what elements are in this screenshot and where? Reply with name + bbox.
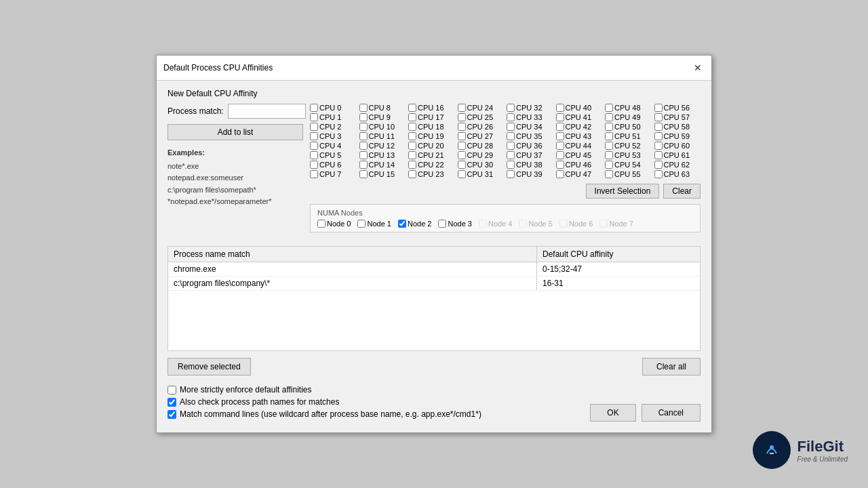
cpu-checkbox-3[interactable] [310,132,318,140]
cpu-label-58: CPU 58 [664,123,690,131]
cpu-checkbox-30[interactable] [458,161,466,169]
cpu-item-42: CPU 42 [556,123,603,131]
cpu-checkbox-11[interactable] [359,132,368,140]
numa-checkbox-3[interactable] [438,220,446,228]
cpu-checkbox-14[interactable] [359,161,368,169]
cpu-checkbox-38[interactable] [507,161,515,169]
cpu-checkbox-1[interactable] [310,113,318,121]
cpu-checkbox-48[interactable] [605,104,613,112]
cpu-checkbox-28[interactable] [458,142,466,150]
numa-checkbox-2[interactable] [398,220,406,228]
cpu-checkbox-59[interactable] [654,132,663,140]
numa-checkbox-1[interactable] [357,220,366,228]
cpu-item-31: CPU 31 [458,170,505,178]
affinity-cell: 0-15;32-47 [537,262,700,276]
cpu-checkbox-32[interactable] [507,104,515,112]
cpu-checkbox-6[interactable] [310,161,318,169]
invert-selection-button[interactable]: Invert Selection [586,184,660,199]
cpu-checkbox-0[interactable] [310,104,318,112]
section-header: New Default CPU Affinity [167,89,701,98]
cpu-checkbox-33[interactable] [507,113,515,121]
cpu-checkbox-41[interactable] [556,113,564,121]
cpu-checkbox-51[interactable] [605,132,613,140]
cpu-item-32: CPU 32 [507,104,553,112]
process-list-section: Process name match Default CPU affinity … [167,246,701,351]
cpu-item-0: CPU 0 [310,104,357,112]
cpu-checkbox-19[interactable] [408,132,416,140]
cpu-checkbox-13[interactable] [359,151,368,159]
cpu-checkbox-44[interactable] [556,142,564,150]
col1-header: Process name match [168,247,537,262]
cpu-checkbox-52[interactable] [605,142,613,150]
table-row[interactable]: chrome.exe0-15;32-47 [168,262,700,277]
cpu-checkbox-50[interactable] [605,123,613,131]
cpu-checkbox-18[interactable] [408,123,416,131]
cpu-checkbox-22[interactable] [408,161,416,169]
cpu-checkbox-63[interactable] [654,170,663,178]
cpu-checkbox-45[interactable] [556,151,564,159]
cpu-checkbox-54[interactable] [605,161,613,169]
cpu-checkbox-56[interactable] [654,104,663,112]
cpu-checkbox-57[interactable] [654,113,663,121]
cpu-checkbox-21[interactable] [408,151,416,159]
cpu-item-1: CPU 1 [310,113,357,121]
cpu-checkbox-8[interactable] [359,104,368,112]
cpu-checkbox-61[interactable] [654,151,663,159]
cpu-checkbox-17[interactable] [408,113,416,121]
cpu-checkbox-7[interactable] [310,170,318,178]
option-checkbox-1[interactable] [167,398,176,407]
cpu-checkbox-47[interactable] [556,170,564,178]
cpu-checkbox-9[interactable] [359,113,368,121]
cpu-checkbox-25[interactable] [458,113,466,121]
cpu-checkbox-31[interactable] [458,170,466,178]
cpu-item-33: CPU 33 [507,113,553,121]
cpu-checkbox-27[interactable] [458,132,466,140]
cpu-checkbox-36[interactable] [507,142,515,150]
ok-button[interactable]: OK [590,404,635,422]
clear-button[interactable]: Clear [663,184,701,199]
cpu-checkbox-58[interactable] [654,123,663,131]
cpu-checkbox-35[interactable] [507,132,515,140]
cpu-checkbox-5[interactable] [310,151,318,159]
cpu-label-41: CPU 41 [566,113,592,121]
cpu-checkbox-10[interactable] [359,123,368,131]
remove-selected-button[interactable]: Remove selected [167,358,251,375]
option-checkbox-2[interactable] [167,410,176,419]
cpu-checkbox-37[interactable] [507,151,515,159]
cpu-item-18: CPU 18 [408,123,455,131]
cpu-checkbox-15[interactable] [359,170,368,178]
cpu-item-28: CPU 28 [458,142,505,150]
cpu-checkbox-62[interactable] [654,161,663,169]
cpu-checkbox-40[interactable] [556,104,564,112]
cpu-checkbox-20[interactable] [408,142,416,150]
close-button[interactable]: ✕ [691,61,705,75]
table-row[interactable]: c:\program files\company\*16-31 [168,277,700,291]
cpu-checkbox-23[interactable] [408,170,416,178]
cpu-checkbox-53[interactable] [605,151,613,159]
cpu-checkbox-16[interactable] [408,104,416,112]
cpu-checkbox-2[interactable] [310,123,318,131]
cpu-checkbox-26[interactable] [458,123,466,131]
cpu-checkbox-49[interactable] [605,113,613,121]
left-panel: Process match: Add to list Examples: not… [167,104,303,239]
cpu-checkbox-55[interactable] [605,170,613,178]
cpu-checkbox-29[interactable] [458,151,466,159]
numa-checkbox-0[interactable] [317,220,326,228]
list-header: Process name match Default CPU affinity [168,247,700,262]
cpu-checkbox-43[interactable] [556,132,564,140]
cpu-checkbox-12[interactable] [359,142,368,150]
clear-all-button[interactable]: Clear all [642,358,701,375]
cpu-checkbox-4[interactable] [310,142,318,150]
cpu-grid: CPU 0CPU 8CPU 16CPU 24CPU 32CPU 40CPU 48… [310,104,701,178]
cpu-checkbox-60[interactable] [654,142,663,150]
option-checkbox-0[interactable] [167,386,176,394]
add-to-list-button[interactable]: Add to list [167,124,303,140]
cpu-checkbox-42[interactable] [556,123,564,131]
process-match-input[interactable] [228,104,306,119]
cpu-label-20: CPU 20 [418,142,444,150]
cpu-checkbox-24[interactable] [458,104,466,112]
cpu-checkbox-34[interactable] [507,123,515,131]
cancel-button[interactable]: Cancel [642,404,701,422]
cpu-checkbox-39[interactable] [507,170,515,178]
cpu-checkbox-46[interactable] [556,161,564,169]
